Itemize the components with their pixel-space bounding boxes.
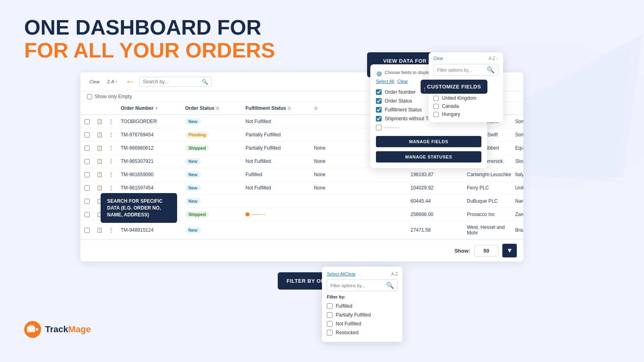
- filter-label-notfulfilled: Not Fulfilled: [336, 321, 361, 327]
- dropdown-sort: A-Z: [391, 272, 398, 276]
- dropdown-search-input[interactable]: [330, 283, 384, 288]
- search-tooltip: SEARCH FOR SPECIFIC DATA (E.G. ORDER NO,…: [101, 193, 177, 223]
- row-icon-dots: ⋮: [109, 119, 114, 124]
- customize-label-extra: · · · · · ·: [385, 125, 400, 130]
- td-subtotal: 104029.92: [411, 185, 467, 191]
- customize-panel-header: Choose fields to display:: [385, 70, 433, 75]
- filter-checkbox-notfulfilled[interactable]: [327, 321, 332, 327]
- search-tooltip-text: SEARCH FOR SPECIFIC DATA (E.G. ORDER NO,…: [107, 198, 163, 218]
- row-icon-doc: 📋: [97, 185, 103, 191]
- th-order-status: Order Status ☰: [185, 105, 246, 111]
- customize-check-shipments[interactable]: [376, 116, 382, 121]
- th-checkbox: [85, 105, 97, 111]
- row-checkbox-2[interactable]: [85, 132, 90, 138]
- location-label-uk: United Kingdom: [442, 95, 476, 101]
- row-checkbox-7[interactable]: [85, 199, 90, 204]
- customize-label-order-number: Order Number: [385, 89, 416, 95]
- td-fulfillment: ——→: [246, 212, 314, 217]
- td-order-num: TM-976769454: [121, 132, 185, 138]
- dashboard-area: Clear Z-A ↑ ← 🔍 Show only Empty Order Nu…: [80, 72, 523, 261]
- row-icon-dots: ⋮: [109, 145, 114, 151]
- td-col6: None: [314, 172, 362, 177]
- location-option-hungary: Hungary: [433, 110, 498, 118]
- show-empty-label: Show only Empty: [95, 94, 132, 99]
- show-empty-checkbox[interactable]: [87, 94, 92, 99]
- show-dropdown-icon[interactable]: ▼: [502, 244, 517, 257]
- th-order-number-label: Order Number: [121, 105, 153, 111]
- manage-statuses-button[interactable]: MANAGE STATUSES: [376, 151, 481, 162]
- row-checkbox-6[interactable]: [85, 185, 90, 191]
- order-status-filter-icon[interactable]: ☰: [216, 106, 219, 111]
- td-country: United States: [515, 185, 523, 191]
- td-country: Somalia: [515, 132, 523, 138]
- td-order-num: TM-961597454: [121, 185, 185, 191]
- row-icon-dots: ⋮: [109, 132, 114, 138]
- filter-checkbox-restocked[interactable]: [327, 330, 332, 335]
- logo: TrackMage: [24, 321, 91, 338]
- pagination-row: Show: 50 ▼: [80, 239, 523, 261]
- filter-option-fulfilled: Fulfilled: [327, 302, 398, 311]
- hero-line1: ONE DASHBOARD FOR: [24, 16, 620, 39]
- td-fulfillment: Partially Fulfilled: [246, 132, 314, 138]
- customize-check-fulfillment[interactable]: [376, 107, 382, 113]
- td-col6: None: [314, 145, 362, 151]
- customize-check-order-status[interactable]: [376, 98, 382, 104]
- location-checkbox-canada[interactable]: [433, 104, 439, 109]
- customize-label-fulfillment: Fulfillment Status: [385, 107, 422, 113]
- select-all-link[interactable]: Select All: [327, 272, 345, 276]
- show-value[interactable]: 50: [474, 245, 498, 257]
- filter-by-label: Filter by:: [327, 294, 398, 299]
- order-number-filter-icon[interactable]: ▼: [155, 106, 159, 111]
- status-badge-shipped: Shipped: [185, 211, 209, 218]
- manage-fields-button[interactable]: MANAGE FIELDS: [376, 136, 481, 147]
- filter-label-fulfilled: Fulfilled: [336, 303, 352, 309]
- location-option-canada: Canada: [433, 102, 498, 110]
- filter-checkbox-fulfilled[interactable]: [327, 303, 332, 309]
- hero-title: ONE DASHBOARD FOR FOR ALL YOUR ORDERS: [24, 16, 620, 62]
- fulfillment-filter-icon[interactable]: ☰: [287, 106, 291, 111]
- row-icon-doc: 📋: [97, 172, 103, 177]
- td-subtotal: 198183.87: [411, 172, 467, 177]
- td-fulfillment: Not Fulfilled: [246, 158, 314, 164]
- location-option-uk: United Kingdom: [433, 94, 498, 102]
- row-icon-doc: 📋: [97, 119, 103, 124]
- td-country: Slovenia: [515, 158, 523, 164]
- customize-clear[interactable]: Clear: [397, 79, 408, 84]
- td-country: Italy: [515, 172, 523, 177]
- th-order-status-label: Order Status: [185, 105, 215, 111]
- row-checkbox-8[interactable]: [85, 212, 90, 217]
- location-checkbox-uk[interactable]: [433, 96, 439, 101]
- dropdown-header: Select All Clear A-Z: [327, 272, 398, 276]
- td-subtotal: 60445.44: [411, 198, 467, 204]
- td-col6: None: [314, 185, 362, 191]
- row-icon-doc: 📋: [97, 158, 103, 164]
- location-checkbox-hungary[interactable]: [433, 112, 439, 117]
- row-checkbox-5[interactable]: [85, 172, 90, 177]
- customize-check-order-number[interactable]: [376, 89, 382, 95]
- row-icon-dots: ⋮: [109, 227, 114, 233]
- filter-checkbox-partial[interactable]: [327, 312, 332, 318]
- dropdown-search-box: 🔍: [327, 280, 398, 291]
- clear-link[interactable]: Clear: [345, 272, 355, 276]
- customize-fields-badge[interactable]: CUSTOMIZE FIELDS: [421, 80, 487, 94]
- hero-line2: FOR ALL YOUR ORDERS: [24, 39, 620, 62]
- status-badge-new: New: [185, 171, 201, 178]
- row-checkbox-3[interactable]: [85, 146, 90, 151]
- th-order-number: Order Number ▼: [121, 105, 185, 111]
- col6-filter-icon[interactable]: ☰: [314, 106, 318, 111]
- td-country: Equatorial Guinea: [515, 145, 523, 151]
- customize-select-all[interactable]: Select All: [376, 79, 394, 84]
- location-search-input[interactable]: [437, 68, 484, 72]
- td-country: Zambia: [515, 212, 523, 217]
- td-company: DuBuque PLC: [467, 198, 515, 204]
- td-company: West, Hessel and Mohr: [467, 224, 515, 236]
- row-checkbox-9[interactable]: [85, 228, 90, 233]
- filter-option-notfulfilled: Not Fulfilled: [327, 319, 398, 328]
- location-clear-link[interactable]: Clear: [433, 56, 443, 61]
- td-country: Somalia: [515, 119, 523, 124]
- row-checkbox-4[interactable]: [85, 159, 90, 164]
- customize-check-extra[interactable]: [376, 125, 382, 130]
- status-badge-new: New: [185, 227, 201, 233]
- show-label: Show:: [454, 248, 470, 254]
- row-checkbox-1[interactable]: [85, 119, 90, 124]
